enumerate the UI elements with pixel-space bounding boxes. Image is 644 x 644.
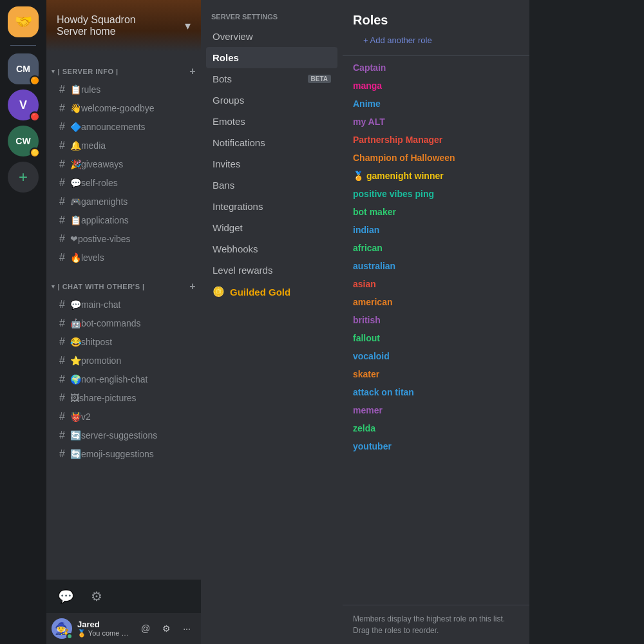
- server-subtitle: Server home: [57, 26, 136, 37]
- channel-gamenights[interactable]: # 🎮gamenights: [52, 193, 196, 211]
- user-info: Jared 🏅 You come again...: [77, 620, 131, 638]
- settings-item-label: Notifications: [213, 137, 265, 148]
- hash-icon: #: [59, 158, 65, 170]
- channel-server-suggestions[interactable]: # 🔄server-suggestions: [52, 426, 196, 444]
- hash-icon: #: [59, 411, 65, 422]
- role-african[interactable]: african: [343, 239, 529, 257]
- hash-icon: #: [59, 214, 65, 226]
- role-asian[interactable]: asian: [343, 275, 529, 293]
- settings-item-bots[interactable]: Bots BETA: [206, 68, 337, 90]
- channel-media[interactable]: # 🔔media: [52, 137, 196, 155]
- role-fallout[interactable]: fallout: [343, 329, 529, 347]
- role-captain[interactable]: Captain: [343, 59, 529, 77]
- channel-levels[interactable]: # 🔥levels: [52, 249, 196, 267]
- server-header-chevron-icon[interactable]: ▾: [185, 19, 191, 33]
- role-bot-maker[interactable]: bot maker: [343, 203, 529, 221]
- settings-item-label: Invites: [213, 158, 240, 169]
- hash-icon: #: [59, 252, 65, 263]
- channel-promotion[interactable]: # ⭐promotion: [52, 352, 196, 370]
- category-chat-label: | Chat With other's |: [58, 283, 145, 290]
- settings-item-label: Bots: [213, 73, 232, 84]
- channel-v2[interactable]: # 👹v2: [52, 408, 196, 426]
- settings-item-level-rewards[interactable]: Level rewards: [206, 260, 337, 281]
- channel-giveaways[interactable]: # 🎉giveaways: [52, 155, 196, 173]
- settings-icon[interactable]: ⚙: [82, 582, 111, 611]
- role-zelda[interactable]: zelda: [343, 419, 529, 437]
- channel-shitpost[interactable]: # 😂shitpost: [52, 333, 196, 351]
- settings-item-webhooks[interactable]: Webhooks: [206, 238, 337, 260]
- server-icon-cm[interactable]: CM 🟠: [8, 53, 39, 84]
- server-icon-main[interactable]: 🤝: [8, 6, 39, 37]
- server-badge-cm: 🟠: [30, 75, 40, 86]
- add-role-button[interactable]: + Add another role: [353, 30, 519, 50]
- roles-footer-text: Members display the highest role on this…: [353, 614, 505, 635]
- channel-non-english-chat[interactable]: # 🌍non-english-chat: [52, 370, 196, 388]
- settings-item-roles[interactable]: Roles: [206, 47, 337, 68]
- role-vocaloid[interactable]: vocaloid: [343, 347, 529, 365]
- category-add-button[interactable]: +: [189, 66, 196, 77]
- settings-item-integrations[interactable]: Integrations: [206, 196, 337, 217]
- settings-item-label: Integrations: [213, 201, 263, 212]
- hash-icon: #: [59, 355, 65, 366]
- role-champion-halloween[interactable]: Champion of Halloween: [343, 149, 529, 167]
- channel-announcements[interactable]: # 🔷announcements: [52, 118, 196, 136]
- role-attack-on-titan[interactable]: attack on titan: [343, 383, 529, 401]
- channel-name: 😂shitpost: [70, 337, 112, 347]
- settings-item-overview[interactable]: Overview: [206, 26, 337, 47]
- channel-name: 💬self-roles: [70, 178, 118, 188]
- server-icon-v[interactable]: V 🔴: [8, 90, 39, 120]
- settings-item-invites[interactable]: Invites: [206, 153, 337, 175]
- role-partnership-manager[interactable]: Partnership Manager: [343, 131, 529, 149]
- user-settings-button[interactable]: ⚙: [157, 620, 175, 638]
- role-australian[interactable]: australian: [343, 257, 529, 275]
- channel-bot-commands[interactable]: # 🤖bot-commands: [52, 314, 196, 332]
- more-options-button[interactable]: ···: [178, 620, 196, 638]
- settings-item-label: Widget: [213, 222, 243, 233]
- roles-header: Roles + Add another role: [343, 0, 529, 56]
- channel-name: 🎉giveaways: [70, 159, 123, 169]
- settings-item-widget[interactable]: Widget: [206, 217, 337, 238]
- online-status-dot: [66, 633, 73, 639]
- user-status: 🏅 You come again...: [77, 629, 131, 638]
- role-my-alt[interactable]: my ALT: [343, 113, 529, 131]
- channel-self-roles[interactable]: # 💬self-roles: [52, 174, 196, 192]
- mention-button[interactable]: @: [137, 620, 155, 638]
- channel-name: 📋rules: [70, 84, 100, 95]
- role-memer[interactable]: memer: [343, 401, 529, 419]
- channel-welcome-goodbye[interactable]: # 👋welcome-goodbye: [52, 99, 196, 117]
- role-indian[interactable]: indian: [343, 221, 529, 239]
- role-anime[interactable]: Anime: [343, 95, 529, 113]
- add-server-button[interactable]: +: [8, 162, 39, 193]
- channel-name: 🌍non-english-chat: [70, 374, 148, 384]
- channel-applications[interactable]: # 📋applications: [52, 211, 196, 229]
- settings-item-groups[interactable]: Groups: [206, 90, 337, 111]
- role-positive-vibes-ping[interactable]: positive vibes ping: [343, 185, 529, 203]
- settings-item-notifications[interactable]: Notifications: [206, 132, 337, 153]
- channel-emoji-suggestions[interactable]: # 🔄emoji-suggestions: [52, 445, 196, 463]
- guilded-gold-item[interactable]: 🪙 Guilded Gold: [206, 281, 337, 303]
- hash-icon: #: [59, 196, 65, 207]
- role-british[interactable]: british: [343, 311, 529, 329]
- category-server-info[interactable]: ▾ | Server Info | +: [46, 57, 201, 80]
- settings-item-label: Emotes: [213, 116, 245, 127]
- channel-postive-vibes[interactable]: # ❤postive-vibes: [52, 230, 196, 248]
- voice-icon[interactable]: 💬: [52, 582, 80, 611]
- role-skater[interactable]: skater: [343, 365, 529, 383]
- channel-name: 🖼share-pictures: [70, 393, 137, 403]
- settings-item-emotes[interactable]: Emotes: [206, 111, 337, 132]
- channel-rules[interactable]: # 📋rules: [52, 80, 196, 99]
- role-american[interactable]: american: [343, 293, 529, 311]
- settings-item-bans[interactable]: Bans: [206, 175, 337, 196]
- channel-share-pictures[interactable]: # 🖼share-pictures: [52, 389, 196, 407]
- role-youtuber[interactable]: youtuber: [343, 437, 529, 455]
- hash-icon: #: [59, 299, 65, 310]
- server-header[interactable]: Howdy Squadron Server home ▾: [46, 0, 201, 52]
- category-chat-with-others[interactable]: ▾ | Chat With other's | +: [46, 272, 201, 295]
- role-gamenight-winner[interactable]: 🏅 gamenight winner: [343, 167, 529, 185]
- role-manga[interactable]: manga: [343, 77, 529, 95]
- server-header-text: Howdy Squadron Server home: [57, 14, 136, 37]
- channel-main-chat[interactable]: # 💬main-chat: [52, 296, 196, 314]
- category-chat-add-button[interactable]: +: [189, 281, 196, 292]
- server-icon-cw[interactable]: CW 🟡: [8, 126, 39, 156]
- channel-name: 🔄emoji-suggestions: [70, 449, 154, 459]
